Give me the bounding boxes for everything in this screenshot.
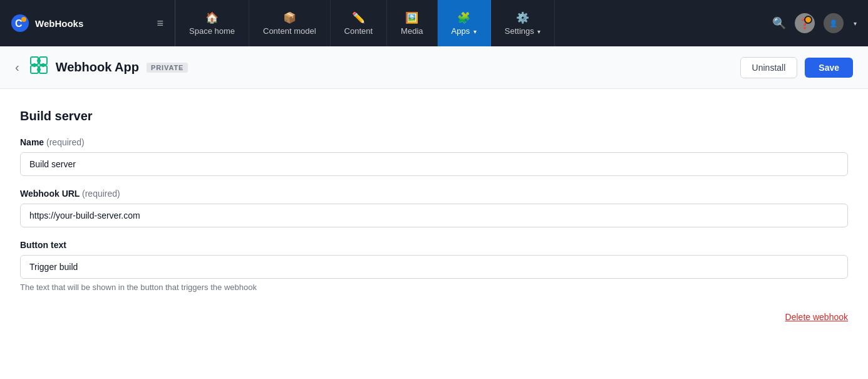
home-icon: 🏠 (205, 11, 219, 24)
media-icon: 🖼️ (405, 11, 418, 24)
nav-item-apps[interactable]: 🧩 Apps ▾ (438, 0, 491, 46)
button-text-hint: The text that will be shown in the butto… (20, 283, 848, 292)
nav-item-settings[interactable]: ⚙️ Settings ▾ (491, 0, 555, 46)
svg-point-2 (21, 17, 26, 22)
webhook-url-field-group: Webhook URL (required) (20, 189, 848, 227)
apps-icon: 🧩 (457, 11, 470, 24)
nav-right: 🔍 ❓ 👤 ▾ (772, 13, 868, 33)
nav-item-media[interactable]: 🖼️ Media (387, 0, 437, 46)
private-badge: PRIVATE (147, 63, 188, 73)
url-required: (required) (82, 189, 120, 199)
nav-item-content[interactable]: ✏️ Content (331, 0, 388, 46)
delete-webhook-link[interactable]: Delete webhook (20, 312, 848, 322)
brand-logo: C (11, 14, 29, 32)
name-field-group: Name (required) (20, 137, 848, 176)
svg-point-10 (37, 68, 41, 71)
puzzle-icon (29, 56, 48, 79)
name-input[interactable] (20, 152, 848, 176)
brand-name: WebHooks (35, 18, 83, 29)
brand: C WebHooks ≡ (0, 0, 175, 46)
button-text-input[interactable] (20, 255, 848, 279)
webhook-url-label: Webhook URL (required) (20, 189, 848, 199)
svg-point-7 (37, 59, 41, 63)
uninstall-button[interactable]: Uninstall (740, 57, 798, 78)
button-text-field-group: Button text The text that will be shown … (20, 240, 848, 292)
button-text-label: Button text (20, 240, 848, 250)
notification-icon[interactable]: ❓ (795, 13, 815, 33)
content-icon: ✏️ (352, 11, 365, 24)
back-button[interactable]: ‹ (15, 60, 19, 75)
save-button[interactable]: Save (805, 58, 853, 78)
settings-icon: ⚙️ (516, 11, 529, 24)
app-header: ‹ Webhook App PRIVATE Uninstall Save (0, 46, 868, 89)
content-model-icon: 📦 (283, 11, 296, 24)
webhook-url-input[interactable] (20, 204, 848, 227)
svg-point-9 (41, 63, 45, 67)
main-content: Build server Name (required) Webhook URL… (0, 89, 868, 342)
section-title: Build server (20, 109, 848, 123)
svg-point-8 (33, 63, 36, 67)
search-icon[interactable]: 🔍 (772, 16, 786, 30)
avatar-dropdown-icon[interactable]: ▾ (854, 20, 857, 27)
avatar[interactable]: 👤 (824, 13, 844, 33)
header-actions: Uninstall Save (740, 57, 853, 78)
app-title: Webhook App (56, 60, 139, 75)
nav-items: 🏠 Space home 📦 Content model ✏️ Content … (175, 0, 772, 46)
top-nav: C WebHooks ≡ 🏠 Space home 📦 Content mode… (0, 0, 868, 46)
name-label: Name (required) (20, 137, 848, 147)
name-required: (required) (46, 137, 85, 147)
hamburger-icon[interactable]: ≡ (157, 17, 163, 30)
nav-item-space-home[interactable]: 🏠 Space home (175, 0, 249, 46)
nav-item-content-model[interactable]: 📦 Content model (249, 0, 331, 46)
